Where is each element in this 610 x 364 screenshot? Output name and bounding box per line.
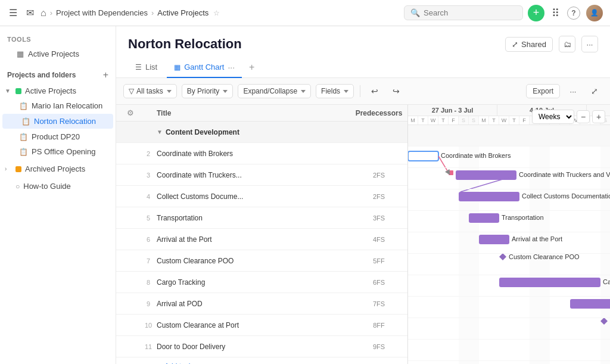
group-toggle-icon[interactable]: ▼: [157, 129, 163, 135]
task-title-8: Cargo Tracking: [157, 278, 355, 287]
task-row-6[interactable]: 6 Arrival at the Port 4FS: [116, 229, 407, 250]
howto-label: How-to Guide: [23, 182, 70, 191]
sidebar-item-howto[interactable]: ○ How-to Guide: [0, 179, 116, 194]
sidebar-item-active-projects-top[interactable]: ▦ Active Projects: [10, 46, 106, 61]
task-row-9[interactable]: 9 Arrival at POD 7FS: [116, 293, 407, 315]
tab-list[interactable]: ☰ List: [128, 58, 164, 77]
gantt-row-group: [408, 125, 610, 147]
page-icon-norton: 📋: [21, 117, 30, 126]
redo-button[interactable]: ↪: [388, 83, 404, 99]
task-pred-6: 4FS: [355, 236, 403, 243]
sidebar-item-product[interactable]: 📋 Product DP20: [0, 129, 116, 144]
day-W2: W: [499, 116, 509, 125]
undo-button[interactable]: ↩: [366, 83, 383, 99]
zoom-in-button[interactable]: +: [592, 110, 605, 123]
expand-button[interactable]: Expand/Collapse: [238, 84, 311, 98]
priority-button[interactable]: By Priority: [182, 84, 234, 98]
export-button[interactable]: Export: [526, 84, 560, 98]
task-name-2: Coordinate with Brokers: [157, 150, 233, 158]
task-num-11: 11: [140, 343, 157, 350]
task-pred-3: 2FS: [355, 172, 403, 179]
more-options-button[interactable]: ···: [581, 36, 598, 52]
task-row-2[interactable]: 2 Coordinate with Brokers: [116, 143, 407, 164]
gantt-row-7: [408, 254, 610, 275]
home-icon[interactable]: ⌂: [41, 8, 46, 18]
search-bar[interactable]: 🔍: [404, 5, 523, 20]
task-row-7[interactable]: 7 Custom Clearance POO 5FF: [116, 250, 407, 272]
task-row-10[interactable]: 10 Custom Clearance at Port 8FF: [116, 315, 407, 336]
avatar[interactable]: 👤: [586, 5, 603, 21]
grid-icon[interactable]: ⠿: [549, 7, 561, 19]
weeks-select[interactable]: Weeks: [532, 110, 574, 124]
fullscreen-button[interactable]: ⤢: [586, 83, 603, 99]
tab-gantt[interactable]: ▦ Gantt Chart ···: [167, 58, 242, 78]
day-T2: T: [438, 116, 449, 125]
folder-toggle-active: ▼: [5, 88, 12, 94]
sidebar-item-ps[interactable]: 📋 PS Office Opening: [0, 144, 116, 159]
task-title-9: Arrival at POD: [157, 300, 355, 308]
add-tab-button[interactable]: +: [244, 57, 259, 77]
project-title: Norton Relocation: [128, 36, 242, 52]
task-title-10: Custom Clearance at Port: [157, 321, 355, 329]
task-num-2: 2: [140, 150, 157, 157]
breadcrumb-current: Active Projects: [157, 8, 208, 17]
shared-button[interactable]: ⤢ Shared: [505, 37, 553, 52]
group-name: Content Development: [166, 128, 239, 136]
task-row-3[interactable]: 3 Coordinate with Truckers... 2FS: [116, 164, 407, 186]
gantt-row-8: [408, 275, 610, 297]
expand-label: Expand/Collapse: [243, 87, 297, 95]
task-num-7: 7: [140, 257, 157, 265]
sidebar-item-mario[interactable]: 📋 Mario Ian Relocation: [0, 98, 116, 113]
task-name-9: Arrival at POD: [157, 300, 203, 308]
search-input[interactable]: [424, 8, 507, 17]
day-T4: T: [509, 116, 519, 125]
task-row-4[interactable]: 4 Collect Customs Docume... 2FS: [116, 186, 407, 207]
mail-icon[interactable]: ✉: [24, 7, 36, 19]
task-list: ⚙ Title Predecessors ▼ Content Developme…: [116, 105, 408, 364]
day-T1: T: [418, 116, 428, 125]
active-projects-color-dot: [15, 88, 21, 94]
gantt-row-11: [408, 340, 610, 361]
task-name-4: Collect Customs Docume...: [157, 192, 243, 201]
sidebar-projects-header: Projects and folders +: [0, 67, 116, 83]
task-name-3: Coordinate with Truckers...: [157, 171, 242, 179]
help-icon[interactable]: ?: [567, 7, 580, 20]
task-pred-9: 7FS: [355, 300, 403, 307]
tab-gantt-more[interactable]: ···: [228, 63, 235, 72]
folder-active-projects[interactable]: ▼ Active Projects: [0, 83, 116, 98]
add-task-row[interactable]: + Add task: [116, 357, 407, 364]
export-more-button[interactable]: ···: [565, 83, 581, 99]
task-title-3: Coordinate with Truckers...: [157, 171, 355, 179]
task-row-11[interactable]: 11 Door to Door Delivery 9FS: [116, 336, 407, 357]
task-num-6: 6: [140, 236, 157, 243]
day-S1: S: [459, 116, 469, 125]
archived-projects-color-dot: [15, 166, 21, 172]
add-button[interactable]: +: [528, 5, 544, 21]
task-group-content-development[interactable]: ▼ Content Development: [116, 122, 407, 143]
fields-button[interactable]: Fields: [316, 84, 354, 98]
task-row-5[interactable]: 5 Transportation 3FS: [116, 207, 407, 229]
task-row-8[interactable]: 8 Cargo Tracking 6FS: [116, 272, 407, 293]
filter-button[interactable]: ▽ All tasks: [123, 84, 177, 98]
toolbar-separator: [360, 85, 360, 97]
task-num-3: 3: [140, 172, 157, 179]
hamburger-menu-icon[interactable]: ☰: [7, 7, 19, 19]
task-num-5: 5: [140, 214, 157, 222]
task-title-6: Arrival at the Port: [157, 235, 355, 244]
page-icon-product: 📋: [19, 133, 28, 141]
fields-chevron: [344, 90, 348, 93]
task-list-header: ⚙ Title Predecessors: [116, 105, 407, 122]
settings-col[interactable]: ⚙: [121, 108, 140, 117]
add-project-button[interactable]: +: [103, 70, 108, 80]
folder-archived-projects[interactable]: › Archived Projects: [0, 161, 116, 176]
gantt-area: ⚙ Title Predecessors ▼ Content Developme…: [116, 105, 610, 364]
task-title-4: Collect Customs Docume...: [157, 192, 355, 201]
folder-icon-button[interactable]: 🗂: [559, 36, 575, 52]
pin-icon[interactable]: ☆: [213, 9, 220, 17]
export-label: Export: [533, 87, 553, 95]
breadcrumb-project[interactable]: Project with Dependencies: [56, 8, 148, 17]
header-actions: ⤢ Shared 🗂 ···: [505, 36, 598, 52]
zoom-out-button[interactable]: −: [577, 110, 590, 123]
sidebar: Tools ▦ Active Projects Projects and fol…: [0, 26, 116, 364]
sidebar-item-norton[interactable]: 📋 Norton Relocation: [2, 114, 113, 129]
